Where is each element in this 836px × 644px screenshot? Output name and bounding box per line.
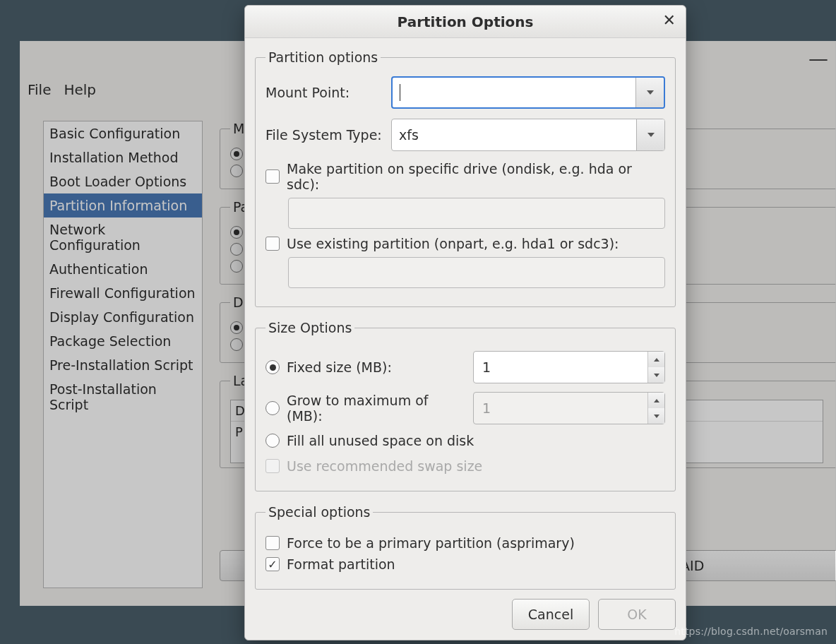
grow-value: 1 bbox=[474, 393, 647, 424]
watermark: https://blog.csdn.net/oarsman bbox=[674, 626, 828, 637]
dialog-title: Partition Options bbox=[398, 13, 534, 30]
bg-table-col-p: P bbox=[235, 424, 243, 439]
grow-spin: 1 bbox=[473, 392, 665, 424]
chevron-down-icon bbox=[654, 415, 659, 418]
close-icon[interactable]: ✕ bbox=[663, 11, 676, 29]
grow-radio[interactable] bbox=[265, 401, 280, 415]
radio-icon[interactable] bbox=[230, 226, 243, 239]
sidebar: Basic Configuration Installation Method … bbox=[43, 121, 203, 588]
radio-icon[interactable] bbox=[230, 165, 243, 177]
sidebar-item-authentication[interactable]: Authentication bbox=[44, 257, 202, 281]
spin-up-button bbox=[648, 393, 664, 408]
grow-label: Grow to maximum of (MB): bbox=[287, 393, 466, 424]
menubar: File Help bbox=[28, 81, 96, 98]
swap-label: Use recommended swap size bbox=[287, 458, 482, 474]
fs-type-label: File System Type: bbox=[265, 127, 384, 143]
mount-point-combo[interactable] bbox=[391, 76, 665, 109]
format-checkbox[interactable] bbox=[265, 557, 280, 571]
sidebar-item-display-configuration[interactable]: Display Configuration bbox=[44, 305, 202, 329]
spin-down-button bbox=[648, 408, 664, 424]
fs-type-combo[interactable]: xfs bbox=[391, 119, 665, 151]
format-label: Format partition bbox=[287, 556, 395, 572]
bg-table-col-d: D bbox=[235, 403, 245, 418]
size-options-legend: Size Options bbox=[265, 320, 354, 335]
spin-down-button[interactable] bbox=[648, 367, 664, 383]
fixed-size-radio[interactable] bbox=[265, 360, 280, 374]
chevron-up-icon bbox=[654, 358, 659, 362]
mount-point-label: Mount Point: bbox=[265, 85, 384, 100]
chevron-up-icon bbox=[654, 399, 659, 402]
radio-icon[interactable] bbox=[230, 148, 243, 160]
radio-icon[interactable] bbox=[230, 243, 243, 256]
mount-point-input[interactable] bbox=[393, 78, 635, 107]
radio-icon[interactable] bbox=[230, 260, 243, 273]
sidebar-item-firewall-configuration[interactable]: Firewall Configuration bbox=[44, 281, 202, 305]
ok-button[interactable]: OK bbox=[598, 599, 676, 630]
ondisk-label: Make partition on specific drive (ondisk… bbox=[287, 161, 665, 192]
fill-radio[interactable] bbox=[265, 434, 280, 448]
radio-icon[interactable] bbox=[230, 321, 243, 334]
sidebar-item-boot-loader-options[interactable]: Boot Loader Options bbox=[44, 169, 202, 193]
onpart-label: Use existing partition (onpart, e.g. hda… bbox=[287, 236, 619, 251]
onpart-input[interactable] bbox=[288, 257, 665, 288]
minimize-icon[interactable]: — bbox=[808, 47, 828, 71]
onpart-checkbox[interactable] bbox=[265, 237, 280, 251]
fs-type-value[interactable]: xfs bbox=[392, 119, 636, 150]
fixed-size-spin[interactable]: 1 bbox=[473, 351, 665, 383]
dialog-footer: Cancel OK bbox=[245, 592, 686, 640]
sidebar-item-post-installation-script[interactable]: Post-Installation Script bbox=[44, 377, 202, 417]
menu-help[interactable]: Help bbox=[64, 81, 96, 98]
swap-checkbox bbox=[265, 459, 280, 473]
sidebar-item-pre-installation-script[interactable]: Pre-Installation Script bbox=[44, 353, 202, 377]
asprimary-label: Force to be a primary partition (asprima… bbox=[287, 535, 575, 551]
chevron-down-icon bbox=[654, 374, 659, 377]
special-options-group: Special options Force to be a primary pa… bbox=[255, 504, 676, 590]
partition-options-legend: Partition options bbox=[265, 49, 381, 65]
chevron-down-icon bbox=[647, 133, 655, 137]
partition-options-dialog: Partition Options ✕ Partition options Mo… bbox=[244, 5, 686, 640]
menu-file[interactable]: File bbox=[28, 81, 51, 98]
radio-icon[interactable] bbox=[230, 338, 243, 351]
mount-point-dropdown-button[interactable] bbox=[635, 78, 664, 107]
fs-type-dropdown-button[interactable] bbox=[636, 119, 664, 150]
spin-up-button[interactable] bbox=[648, 352, 664, 367]
sidebar-item-network-configuration[interactable]: Network Configuration bbox=[44, 217, 202, 257]
sidebar-item-partition-information[interactable]: Partition Information bbox=[44, 193, 202, 217]
ondisk-input[interactable] bbox=[288, 198, 665, 229]
special-options-legend: Special options bbox=[265, 504, 373, 520]
fixed-size-value[interactable]: 1 bbox=[474, 352, 647, 383]
size-options-group: Size Options Fixed size (MB): 1 Grow to … bbox=[255, 320, 676, 491]
partition-options-group: Partition options Mount Point: File Syst… bbox=[255, 49, 676, 307]
sidebar-item-installation-method[interactable]: Installation Method bbox=[44, 145, 202, 169]
cancel-button[interactable]: Cancel bbox=[512, 599, 590, 630]
ondisk-checkbox[interactable] bbox=[265, 169, 280, 184]
sidebar-item-package-selection[interactable]: Package Selection bbox=[44, 329, 202, 353]
asprimary-checkbox[interactable] bbox=[265, 536, 280, 550]
fixed-size-label: Fixed size (MB): bbox=[287, 359, 466, 375]
chevron-down-icon bbox=[647, 90, 654, 95]
fill-label: Fill all unused space on disk bbox=[287, 433, 474, 448]
dialog-titlebar: Partition Options ✕ bbox=[245, 6, 686, 38]
sidebar-item-basic-configuration[interactable]: Basic Configuration bbox=[44, 121, 202, 145]
